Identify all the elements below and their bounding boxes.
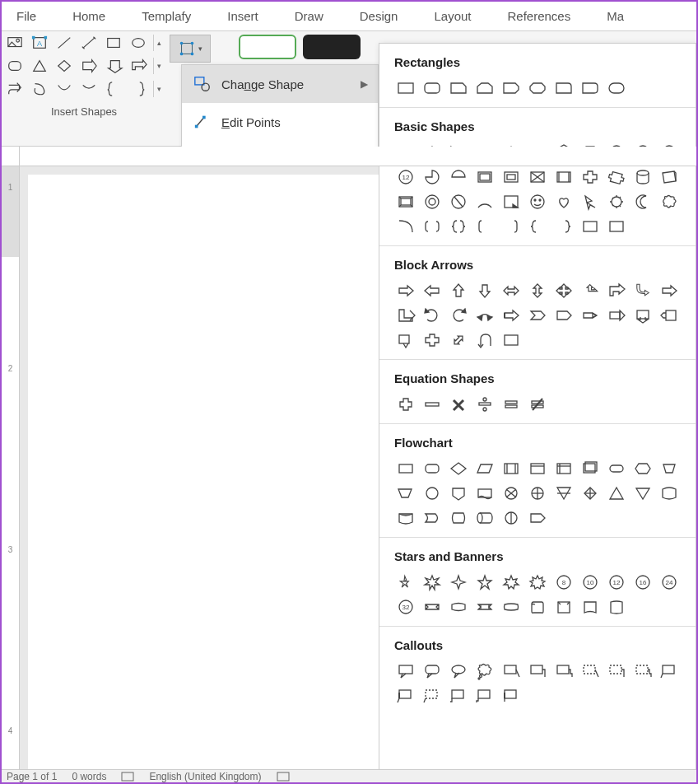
shape-option[interactable] <box>500 483 523 504</box>
shape-option[interactable] <box>473 596 496 618</box>
shape-option[interactable] <box>579 596 602 618</box>
gallery-shape[interactable] <box>79 81 99 97</box>
gallery-shape[interactable] <box>54 58 74 74</box>
shape-option[interactable] <box>500 216 523 237</box>
shape-option[interactable] <box>631 280 654 301</box>
gallery-shape[interactable] <box>54 81 74 97</box>
shape-option[interactable] <box>552 305 575 326</box>
gallery-expand-0[interactable]: ▴ <box>153 35 165 51</box>
shape-option[interactable] <box>579 77 602 99</box>
shape-option[interactable] <box>526 572 549 593</box>
shape-option[interactable] <box>500 458 523 479</box>
language-indicator[interactable]: English (United Kingdom) <box>149 771 261 782</box>
shape-option[interactable] <box>500 191 523 212</box>
shape-option[interactable] <box>552 483 575 504</box>
gallery-shape[interactable] <box>104 81 123 97</box>
shape-option[interactable] <box>658 660 681 682</box>
shape-option[interactable] <box>605 77 628 99</box>
ribbon-tab-insert[interactable]: Insert <box>209 2 277 30</box>
ribbon-tab-draw[interactable]: Draw <box>277 2 342 30</box>
shape-option[interactable] <box>447 394 470 415</box>
shape-option[interactable]: 12 <box>394 166 417 188</box>
shape-option[interactable] <box>394 394 417 415</box>
shape-option[interactable] <box>579 166 602 188</box>
shape-option[interactable] <box>526 77 549 99</box>
shape-option[interactable] <box>631 483 654 504</box>
shape-option[interactable]: 8 <box>552 572 575 593</box>
change-shape-menu-item[interactable]: Change Shape ▶ <box>182 65 378 103</box>
spellcheck-icon[interactable] <box>121 772 134 782</box>
shape-option[interactable] <box>394 280 417 301</box>
shape-option[interactable] <box>473 660 496 682</box>
shape-option[interactable] <box>658 166 681 188</box>
gallery-shape[interactable] <box>79 35 99 51</box>
shape-option[interactable] <box>579 216 602 237</box>
shape-option[interactable] <box>447 458 470 479</box>
gallery-shape[interactable] <box>128 81 148 97</box>
shape-option[interactable] <box>605 280 628 301</box>
shape-option[interactable] <box>526 660 549 682</box>
shape-option[interactable] <box>605 305 628 326</box>
shape-option[interactable] <box>526 166 549 188</box>
shape-option[interactable] <box>447 280 470 301</box>
document-page[interactable] <box>28 175 379 771</box>
shape-option[interactable] <box>526 394 549 415</box>
shape-option[interactable] <box>473 458 496 479</box>
shape-option[interactable] <box>473 507 496 529</box>
shape-option[interactable] <box>552 458 575 479</box>
shape-option[interactable] <box>473 166 496 188</box>
shape-option[interactable] <box>473 394 496 415</box>
shape-option[interactable] <box>631 305 654 326</box>
shape-option[interactable] <box>421 329 444 351</box>
edit-points-menu-item[interactable]: Edit Points <box>182 103 378 141</box>
shape-option[interactable] <box>658 305 681 326</box>
shape-option[interactable] <box>447 166 470 188</box>
shape-option[interactable] <box>447 305 470 326</box>
shape-option[interactable] <box>500 507 523 529</box>
shape-option[interactable] <box>421 305 444 326</box>
shape-option[interactable] <box>394 660 417 682</box>
shape-option[interactable] <box>394 483 417 504</box>
shape-option[interactable] <box>447 572 470 593</box>
shape-option[interactable] <box>447 77 470 99</box>
shape-option[interactable] <box>421 458 444 479</box>
shape-option[interactable] <box>473 305 496 326</box>
shape-option[interactable] <box>579 483 602 504</box>
gallery-shape[interactable] <box>5 58 25 74</box>
shape-option[interactable] <box>552 660 575 682</box>
shape-option[interactable]: 16 <box>631 572 654 593</box>
shape-option[interactable] <box>394 458 417 479</box>
shape-option[interactable] <box>500 660 523 682</box>
shape-option[interactable] <box>473 280 496 301</box>
shape-option[interactable]: 24 <box>658 572 681 593</box>
shape-option[interactable] <box>394 507 417 529</box>
accessibility-icon[interactable] <box>277 772 290 782</box>
shape-option[interactable] <box>473 191 496 212</box>
gallery-shape[interactable]: A <box>30 35 49 51</box>
shape-option[interactable] <box>526 483 549 504</box>
shape-option[interactable] <box>605 483 628 504</box>
shape-option[interactable] <box>394 77 417 99</box>
shape-option[interactable] <box>526 191 549 212</box>
shape-option[interactable] <box>421 280 444 301</box>
shape-option[interactable] <box>394 305 417 326</box>
shape-option[interactable] <box>473 685 496 707</box>
shape-option[interactable] <box>579 191 602 212</box>
shape-option[interactable] <box>552 596 575 618</box>
shape-option[interactable] <box>526 216 549 237</box>
shape-option[interactable] <box>447 329 470 351</box>
style-preset-2[interactable] <box>303 35 361 59</box>
shape-option[interactable] <box>500 685 523 707</box>
shape-option[interactable] <box>447 191 470 212</box>
shape-option[interactable] <box>631 166 654 188</box>
shape-option[interactable] <box>605 191 628 212</box>
shape-option[interactable]: 12 <box>605 572 628 593</box>
page-indicator[interactable]: Page 1 of 1 <box>7 771 57 782</box>
shape-option[interactable] <box>552 216 575 237</box>
shape-option[interactable] <box>421 216 444 237</box>
shape-option[interactable] <box>394 685 417 707</box>
shape-option[interactable] <box>526 596 549 618</box>
gallery-expand-1[interactable]: ▾ <box>153 58 165 74</box>
shape-option[interactable] <box>394 329 417 351</box>
shape-option[interactable] <box>500 77 523 99</box>
